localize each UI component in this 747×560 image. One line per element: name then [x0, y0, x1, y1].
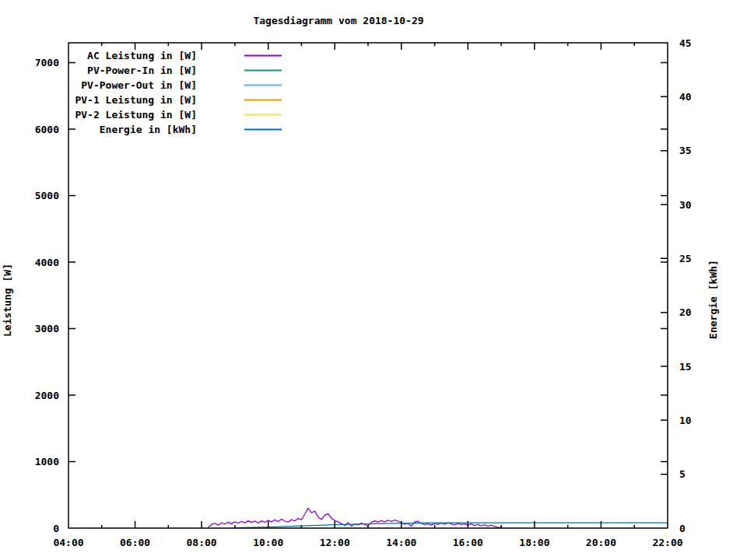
y-left-tick-label: 5000 — [35, 190, 59, 201]
legend-label-pv2-leistung: PV-2 Leistung in [W] — [75, 109, 197, 121]
x-tick-label: 06:00 — [120, 537, 150, 548]
x-tick-label: 10:00 — [253, 537, 283, 548]
y-left-tick-label: 3000 — [35, 323, 59, 334]
chart-title: Tagesdiagramm vom 2018-10-29 — [253, 15, 423, 26]
x-tick-label: 20:00 — [586, 537, 616, 548]
y-right-tick-label: 15 — [679, 361, 692, 373]
legend-label-pv-power-out: PV-Power-Out in [W] — [81, 79, 197, 91]
series-layer — [209, 508, 668, 527]
x-tick-label: 14:00 — [386, 537, 416, 548]
series-line-0 — [209, 508, 501, 527]
y-left-tick-label: 0 — [53, 523, 59, 534]
x-tick-label: 22:00 — [652, 537, 682, 548]
legend-label-energie: Energie in [kWh] — [100, 124, 197, 135]
y-right-tick-label: 35 — [679, 145, 692, 156]
y-left-tick-label: 7000 — [35, 57, 59, 68]
y-left-tick-label: 1000 — [35, 456, 59, 467]
x-tick-label: 12:00 — [320, 537, 350, 548]
x-tick-label: 04:00 — [53, 537, 83, 548]
chart-canvas: 04:0006:0008:0010:0012:0014:0016:0018:00… — [0, 0, 747, 560]
y-right-tick-label: 25 — [679, 253, 692, 264]
y-right-tick-label: 40 — [679, 91, 692, 103]
y-right-tick-label: 10 — [679, 415, 692, 426]
legend: AC Leistung in [W] PV-Power-In in [W] PV… — [75, 50, 282, 135]
right-axis-title: Energie [kWh] — [707, 260, 719, 339]
y-left-tick-label: 6000 — [35, 124, 59, 135]
y-right-tick-label: 5 — [679, 468, 686, 480]
y-right-tick-label: 20 — [679, 306, 692, 318]
x-tick-label: 18:00 — [519, 537, 549, 548]
y-right-tick-label: 45 — [679, 37, 692, 49]
y-right-tick-label: 30 — [679, 199, 692, 211]
legend-label-pv-power-in: PV-Power-In in [W] — [87, 65, 197, 76]
legend-label-ac-leistung: AC Leistung in [W] — [87, 50, 197, 61]
x-tick-label: 08:00 — [187, 537, 217, 548]
y-left-tick-label: 2000 — [35, 390, 59, 401]
y-right-tick-label: 0 — [679, 523, 686, 534]
chart-page: 04:0006:0008:0010:0012:0014:0016:0018:00… — [0, 0, 747, 560]
left-axis-title: Leistung [W] — [2, 264, 13, 337]
y-left-tick-label: 4000 — [35, 257, 59, 268]
x-tick-label: 16:00 — [453, 537, 483, 548]
legend-label-pv1-leistung: PV-1 Leistung in [W] — [75, 94, 197, 106]
